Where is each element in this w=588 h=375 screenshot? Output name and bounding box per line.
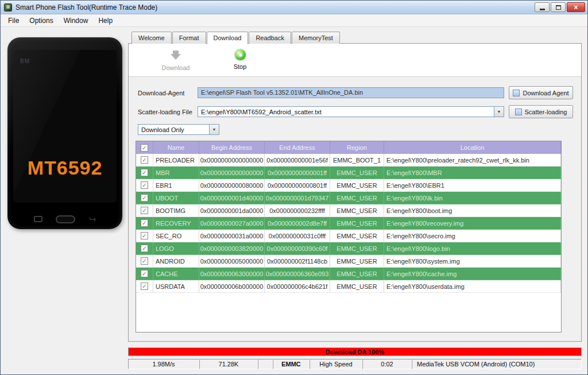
partition-row-sec_ro[interactable]: ✓SEC_RO0x00000000031a00000x00000000031c0…	[136, 230, 561, 242]
cell-region: EMMC_USER	[330, 255, 384, 267]
checkbox-icon[interactable]: ✓	[141, 270, 148, 277]
cell-begin-address: 0x0000000000080000	[199, 179, 265, 191]
download-agent-row: Download-Agent E:\engel\SP Flash Tool v5…	[138, 86, 573, 99]
partition-row-cache[interactable]: ✓CACHE0x00000000630000000x000000006360e0…	[136, 268, 561, 280]
menu-file[interactable]: File	[3, 15, 24, 26]
download-mode-select[interactable]: Download Only ▼	[138, 124, 219, 135]
header-begin-address: Begin Address	[199, 141, 265, 154]
maximize-button[interactable]	[551, 2, 566, 12]
partition-row-preloader[interactable]: ✓PRELOADER0x00000000000000000x0000000000…	[136, 154, 561, 167]
app-window: Smart Phone Flash Tool(Runtime Trace Mod…	[0, 0, 588, 375]
row-checkbox[interactable]: ✓	[136, 167, 153, 179]
menu-help[interactable]: Help	[93, 15, 118, 26]
scatter-loading-button[interactable]: Scatter-loading	[509, 105, 573, 118]
header-region: Region	[330, 141, 384, 154]
partition-row-recovery[interactable]: ✓RECOVERY0x00000000027a00000x0000000002d…	[136, 217, 561, 230]
cell-end-address: 0x0000000001d79347	[265, 192, 330, 204]
download-action-button[interactable]: Download	[154, 49, 198, 71]
cell-region: EMMC_USER	[330, 242, 384, 254]
menu-window[interactable]: Window	[59, 15, 94, 26]
tab-download[interactable]: Download	[207, 32, 249, 44]
file-icon	[515, 109, 522, 115]
cell-name: EBR1	[153, 179, 199, 191]
stop-action-button[interactable]: Stop	[218, 49, 262, 70]
row-checkbox[interactable]: ✓	[136, 154, 153, 166]
cell-begin-address: 0x000000006b000000	[199, 280, 265, 292]
download-agent-input[interactable]: E:\engel\SP Flash Tool v5.1352.01\MTK_Al…	[198, 87, 504, 98]
partition-row-mbr[interactable]: ✓MBR0x00000000000000000x00000000000001ff…	[136, 167, 561, 179]
row-checkbox[interactable]: ✓	[136, 280, 153, 292]
checkbox-icon[interactable]: ✓	[141, 257, 148, 265]
back-key-icon: ↩	[89, 215, 96, 223]
partition-row-bootimg[interactable]: ✓BOOTIMG0x0000000001da00000x000000000232…	[136, 204, 561, 217]
minimize-button[interactable]	[535, 2, 550, 12]
cell-region: EMMC_USER	[330, 217, 384, 229]
minimize-icon	[540, 9, 545, 10]
title-bar: Smart Phone Flash Tool(Runtime Trace Mod…	[1, 1, 587, 14]
partition-row-uboot[interactable]: ✓UBOOT0x0000000001d400000x0000000001d793…	[136, 192, 561, 204]
partition-row-logo[interactable]: ✓LOGO0x00000000038200000x000000000390c60…	[136, 242, 561, 255]
partition-row-usrdata[interactable]: ✓USRDATA0x000000006b0000000x000000006c4b…	[136, 280, 561, 293]
action-toolbar: Download Stop	[129, 44, 581, 77]
app-icon	[4, 3, 12, 11]
row-checkbox[interactable]: ✓	[136, 192, 153, 204]
chevron-down-icon[interactable]: ▼	[494, 107, 504, 117]
cell-region: EMMC_USER	[330, 167, 384, 179]
row-checkbox[interactable]: ✓	[136, 217, 153, 229]
tab-welcome[interactable]: Welcome	[131, 32, 172, 44]
row-checkbox[interactable]: ✓	[136, 204, 153, 217]
download-agent-button[interactable]: Download Agent	[509, 86, 573, 99]
menu-key-icon	[34, 216, 42, 222]
status-com-port: MediaTek USB VCOM (Android) (COM10)	[412, 359, 582, 369]
main-content: BM MT6592 ↩ Welcome Format Download Read…	[1, 27, 587, 375]
row-checkbox[interactable]: ✓	[136, 179, 153, 191]
header-select-all[interactable]: ✓	[136, 141, 153, 154]
progress-label: Download DA 100%	[129, 348, 581, 355]
cell-name: ANDROID	[153, 255, 199, 267]
checkbox-icon[interactable]: ✓	[141, 283, 148, 290]
row-checkbox[interactable]: ✓	[136, 242, 153, 254]
row-checkbox[interactable]: ✓	[136, 255, 153, 267]
scatter-file-value: E:\engel\Y800\MT6592_Android_scatter.txt	[198, 109, 494, 115]
cell-end-address: 0x00000000000001ff	[265, 167, 330, 179]
stop-icon	[235, 49, 246, 60]
cell-begin-address: 0x0000000063000000	[199, 268, 265, 280]
checkbox-icon[interactable]: ✓	[141, 207, 148, 214]
chipset-label: MT6592	[13, 157, 117, 179]
chevron-down-icon[interactable]: ▼	[209, 125, 219, 134]
status-speed: 1.98M/s	[128, 359, 199, 369]
checkbox-icon[interactable]: ✓	[141, 245, 148, 252]
scatter-file-combobox[interactable]: E:\engel\Y800\MT6592_Android_scatter.txt…	[198, 106, 504, 117]
tab-memorytest[interactable]: MemoryTest	[292, 32, 340, 44]
progress-bar: Download DA 100%	[128, 347, 582, 356]
cell-end-address: 0x000000006360e093	[265, 268, 330, 280]
checkbox-icon[interactable]: ✓	[141, 169, 148, 176]
cell-begin-address: 0x00000000031a0000	[199, 230, 265, 242]
checkbox-icon[interactable]: ✓	[141, 194, 148, 202]
download-agent-button-label: Download Agent	[523, 90, 568, 96]
cell-location: E:\engel\Y800\logo.bin	[384, 242, 561, 254]
tab-format[interactable]: Format	[172, 32, 206, 44]
checkbox-icon[interactable]: ✓	[141, 156, 148, 164]
cell-name: LOGO	[153, 242, 199, 254]
partition-row-ebr1[interactable]: ✓EBR10x00000000000800000x00000000000801f…	[136, 179, 561, 192]
tab-readback[interactable]: Readback	[249, 32, 291, 44]
checkbox-icon[interactable]: ✓	[141, 219, 148, 227]
checkbox-icon[interactable]: ✓	[141, 232, 148, 239]
phone-soft-keys: ↩	[7, 215, 122, 223]
status-usb-speed: High Speed	[310, 359, 362, 369]
cell-region: EMMC_USER	[330, 179, 384, 191]
scatter-file-row: Scatter-loading File E:\engel\Y800\MT659…	[138, 105, 573, 118]
cell-begin-address: 0x0000000001da0000	[199, 204, 265, 217]
flash-tool-panel: Welcome Format Download Readback MemoryT…	[128, 32, 582, 342]
close-button[interactable]: ×	[567, 2, 585, 12]
row-checkbox[interactable]: ✓	[136, 268, 153, 280]
partition-row-android[interactable]: ✓ANDROID0x00000000050000000x000000002f11…	[136, 255, 561, 268]
menu-bar: File Options Window Help	[1, 14, 587, 27]
checkbox-icon[interactable]: ✓	[141, 144, 148, 152]
checkbox-icon[interactable]: ✓	[141, 181, 148, 189]
status-bytes: 71.28K	[199, 359, 258, 369]
download-arrow-icon	[171, 54, 181, 60]
menu-options[interactable]: Options	[24, 15, 58, 26]
row-checkbox[interactable]: ✓	[136, 230, 153, 242]
